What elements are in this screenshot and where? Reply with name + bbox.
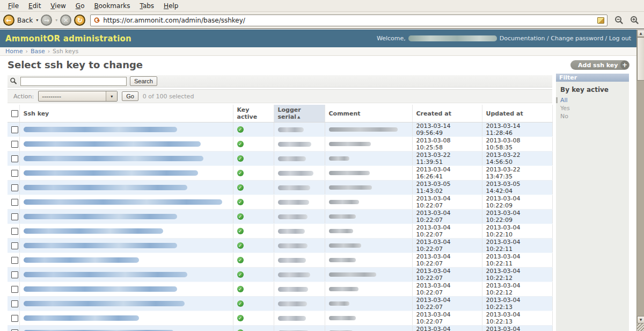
forward-button[interactable]: → ▾ [41,15,57,26]
table-row: ✓2013-03-14 09:56:492013-03-14 11:28:46 [8,123,552,137]
row-checkbox[interactable] [11,300,18,307]
back-button-label: Back [17,17,33,24]
action-label: Action: [13,93,34,100]
row-checkbox[interactable] [11,329,18,331]
back-dropdown-caret[interactable]: ▾ [36,18,38,23]
column-header-created-at[interactable]: Created at [412,105,482,123]
row-checkbox[interactable] [11,242,18,249]
ssh-key-link-redacted[interactable] [24,301,185,306]
ssh-key-link-redacted[interactable] [24,214,177,219]
ssh-key-link-redacted[interactable] [24,286,177,292]
header-link-change-password[interactable]: Change password [551,35,603,42]
url-text[interactable]: https://or.ammonit.com/admin/base/sshkey… [103,17,595,24]
breadcrumb-base[interactable]: Base [31,48,45,55]
comment-redacted [329,243,361,248]
search-button[interactable]: Search [130,76,157,86]
menu-item-view[interactable]: View [46,1,70,11]
forward-icon: → [41,15,52,26]
vertical-scrollbar[interactable]: ▲ ▼ [636,30,644,331]
row-checkbox[interactable] [11,228,18,235]
logger-serial-redacted [278,272,310,277]
ssh-key-link-redacted[interactable] [24,185,187,190]
reload-button[interactable]: ↻ [74,15,85,26]
comment-cell [325,181,412,195]
created-at-cell: 2013-03-04 10:22:07 [412,253,482,268]
key-active-cell: ✓ [233,181,274,195]
row-checkbox[interactable] [11,155,18,162]
ssh-key-link-redacted[interactable] [24,243,177,248]
menu-item-tabs[interactable]: Tabs [135,1,159,11]
row-checkbox[interactable] [11,184,18,191]
forward-dropdown-caret[interactable]: ▾ [55,18,57,23]
header-link-documentation[interactable]: Documentation [500,35,545,42]
filter-option-yes[interactable]: Yes [560,104,629,112]
column-header-updated-at[interactable]: Updated at [482,105,552,123]
stop-button[interactable]: ✕ [60,15,71,26]
row-checkbox[interactable] [11,213,18,220]
row-checkbox[interactable] [11,271,18,278]
back-icon: ← [3,15,14,26]
row-checkbox[interactable] [11,126,18,133]
scroll-down-button[interactable]: ▼ [637,316,644,323]
table-row: ✓2013-03-08 10:25:582013-03-08 10:58:35 [8,137,552,152]
column-header-comment[interactable]: Comment [325,105,412,123]
window-resize-grip[interactable] [637,323,644,331]
ssh-key-link-redacted[interactable] [24,156,203,161]
ssh-key-link-redacted[interactable] [24,170,198,176]
bookmark-icon[interactable] [597,17,604,24]
url-bar[interactable]: https://or.ammonit.com/admin/base/sshkey… [90,15,608,26]
row-checkbox[interactable] [11,286,18,293]
scroll-up-button[interactable]: ▲ [637,30,644,37]
back-button[interactable]: ← Back ▾ [3,15,38,26]
row-select-cell [8,268,19,282]
row-checkbox[interactable] [11,199,18,206]
select-all-checkbox[interactable] [11,110,18,117]
comment-cell [325,224,412,239]
zoom-out-button[interactable] [612,14,625,27]
filter-option-no[interactable]: No [560,112,629,120]
ssh-key-link-redacted[interactable] [24,272,187,277]
menu-item-help[interactable]: Help [159,1,183,11]
logger-serial-cell [274,224,325,239]
ssh-key-link-redacted[interactable] [24,127,177,132]
breadcrumb: Home›Base›Ssh keys [0,47,636,56]
comment-redacted [329,156,349,161]
ssh-key-link-redacted[interactable] [24,228,163,234]
row-checkbox[interactable] [11,141,18,148]
key-active-true-icon: ✓ [237,242,244,249]
go-button[interactable]: Go [122,91,138,101]
menu-item-file[interactable]: File [3,1,24,11]
key-active-true-icon: ✓ [237,141,244,147]
ssh-key-link-redacted[interactable] [24,315,139,321]
column-header-logger-serial[interactable]: Logger serial▲ [274,105,325,123]
header-link-log-out[interactable]: Log out [609,35,631,42]
breadcrumb-home[interactable]: Home [5,48,23,55]
menu-item-bookmarks[interactable]: Bookmarks [89,1,135,11]
column-header-key-active[interactable]: Key active [233,105,274,123]
key-active-cell: ✓ [233,210,274,224]
key-active-true-icon: ✓ [237,228,244,234]
updated-at-cell: 2013-03-22 13:47:35 [482,166,552,181]
row-checkbox[interactable] [11,315,18,322]
created-at-cell: 2013-03-04 16:26:41 [412,166,482,181]
menu-item-edit[interactable]: Edit [24,1,46,11]
filter-option-all[interactable]: All [560,96,629,104]
add-ssh-key-button[interactable]: Add ssh key + [570,60,630,70]
scrollbar-thumb[interactable] [637,37,644,81]
column-header-ssh-key[interactable]: Ssh key [19,105,233,123]
ssh-key-link-redacted[interactable] [24,257,139,263]
zoom-in-button[interactable] [628,14,641,27]
row-checkbox[interactable] [11,257,18,264]
ssh-key-link-redacted[interactable] [24,141,201,147]
search-input[interactable] [20,77,127,86]
logger-serial-redacted [278,185,310,190]
ssh-key-link-redacted[interactable] [24,199,222,205]
plus-icon: + [620,61,629,69]
row-checkbox[interactable] [11,170,18,177]
site-favicon-icon [93,17,100,24]
logger-serial-cell [274,297,325,311]
action-select[interactable]: --------- ▾ [38,91,118,102]
table-row: ✓2013-03-04 10:22:072013-03-04 10:22:14 [8,326,552,331]
menu-item-go[interactable]: Go [71,1,90,11]
created-at-cell: 2013-03-04 10:22:07 [412,195,482,210]
